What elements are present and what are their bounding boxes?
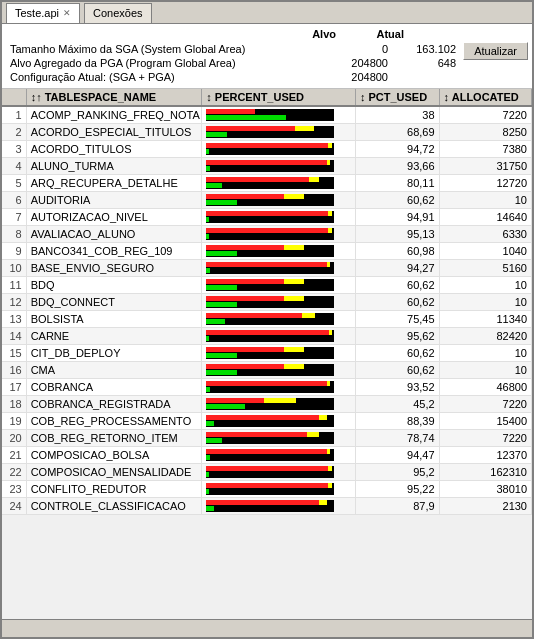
cell-pct: 38 bbox=[355, 106, 439, 124]
cell-bar bbox=[202, 464, 356, 481]
cell-name: AUTORIZACAO_NIVEL bbox=[26, 209, 202, 226]
cell-num: 15 bbox=[2, 345, 26, 362]
cell-bar bbox=[202, 209, 356, 226]
cell-num: 18 bbox=[2, 396, 26, 413]
cell-name: CONTROLE_CLASSIFICACAO bbox=[26, 498, 202, 515]
table-row[interactable]: 8AVALIACAO_ALUNO95,136330 bbox=[2, 226, 532, 243]
cell-allocated: 46800 bbox=[439, 379, 531, 396]
cell-num: 7 bbox=[2, 209, 26, 226]
col-allocated[interactable]: ↕ ALLOCATED bbox=[439, 89, 531, 106]
cell-pct: 45,2 bbox=[355, 396, 439, 413]
cell-num: 22 bbox=[2, 464, 26, 481]
sga-atual-value: 163.102 bbox=[396, 43, 456, 55]
cell-bar bbox=[202, 106, 356, 124]
table-row[interactable]: 9BANCO341_COB_REG_10960,981040 bbox=[2, 243, 532, 260]
table-row[interactable]: 24CONTROLE_CLASSIFICACAO87,92130 bbox=[2, 498, 532, 515]
tab-teste-api[interactable]: Teste.api ✕ bbox=[6, 3, 80, 23]
table-row[interactable]: 20COB_REG_RETORNO_ITEM78,747220 bbox=[2, 430, 532, 447]
table-row[interactable]: 23CONFLITO_REDUTOR95,2238010 bbox=[2, 481, 532, 498]
table-row[interactable]: 21COMPOSICAO_BOLSA94,4712370 bbox=[2, 447, 532, 464]
cell-bar bbox=[202, 175, 356, 192]
table-row[interactable]: 5ARQ_RECUPERA_DETALHE80,1112720 bbox=[2, 175, 532, 192]
table-row[interactable]: 16CMA60,6210 bbox=[2, 362, 532, 379]
tab-teste-api-close[interactable]: ✕ bbox=[63, 8, 71, 18]
cell-name: COMPOSICAO_MENSALIDADE bbox=[26, 464, 202, 481]
table-row[interactable]: 7AUTORIZACAO_NIVEL94,9114640 bbox=[2, 209, 532, 226]
cell-pct: 93,66 bbox=[355, 158, 439, 175]
cell-bar bbox=[202, 243, 356, 260]
table-body: 1ACOMP_RANKING_FREQ_NOTA3872202ACORDO_ES… bbox=[2, 106, 532, 515]
cell-bar bbox=[202, 158, 356, 175]
cell-pct: 78,74 bbox=[355, 430, 439, 447]
cell-name: COBRANCA_REGISTRADA bbox=[26, 396, 202, 413]
cell-allocated: 1040 bbox=[439, 243, 531, 260]
table-scroll[interactable]: ↕↑ TABLESPACE_NAME ↕ PERCENT_USED ↕ PCT_… bbox=[2, 89, 532, 619]
cell-num: 13 bbox=[2, 311, 26, 328]
table-row[interactable]: 1ACOMP_RANKING_FREQ_NOTA387220 bbox=[2, 106, 532, 124]
table-row[interactable]: 22COMPOSICAO_MENSALIDADE95,2162310 bbox=[2, 464, 532, 481]
cell-allocated: 10 bbox=[439, 294, 531, 311]
sga-alvo-value: 0 bbox=[338, 43, 388, 55]
table-row[interactable]: 15CIT_DB_DEPLOY60,6210 bbox=[2, 345, 532, 362]
cell-num: 16 bbox=[2, 362, 26, 379]
cell-num: 20 bbox=[2, 430, 26, 447]
cell-name: BANCO341_COB_REG_109 bbox=[26, 243, 202, 260]
cell-pct: 94,91 bbox=[355, 209, 439, 226]
cell-pct: 60,62 bbox=[355, 294, 439, 311]
table-wrapper: ↕↑ TABLESPACE_NAME ↕ PERCENT_USED ↕ PCT_… bbox=[2, 89, 532, 619]
cell-allocated: 11340 bbox=[439, 311, 531, 328]
cell-bar bbox=[202, 226, 356, 243]
cell-pct: 60,62 bbox=[355, 345, 439, 362]
col-bar-label: ↕ PERCENT_USED bbox=[206, 91, 304, 103]
cell-bar bbox=[202, 294, 356, 311]
cell-allocated: 2130 bbox=[439, 498, 531, 515]
cell-name: AUDITORIA bbox=[26, 192, 202, 209]
table-row[interactable]: 14CARNE95,6282420 bbox=[2, 328, 532, 345]
cell-num: 2 bbox=[2, 124, 26, 141]
table-row[interactable]: 10BASE_ENVIO_SEGURO94,275160 bbox=[2, 260, 532, 277]
alvo-header: Alvo bbox=[286, 28, 336, 40]
cell-allocated: 31750 bbox=[439, 158, 531, 175]
table-row[interactable]: 12BDQ_CONNECT60,6210 bbox=[2, 294, 532, 311]
cell-bar bbox=[202, 345, 356, 362]
table-row[interactable]: 6AUDITORIA60,6210 bbox=[2, 192, 532, 209]
sga-label: Tamanho Máximo da SGA (System Global Are… bbox=[10, 43, 245, 55]
cell-bar bbox=[202, 141, 356, 158]
atual-header: Atual bbox=[344, 28, 404, 40]
cell-bar bbox=[202, 277, 356, 294]
cell-allocated: 38010 bbox=[439, 481, 531, 498]
cell-bar bbox=[202, 311, 356, 328]
col-bar[interactable]: ↕ PERCENT_USED bbox=[202, 89, 356, 106]
table-row[interactable]: 3ACORDO_TITULOS94,727380 bbox=[2, 141, 532, 158]
cell-pct: 94,72 bbox=[355, 141, 439, 158]
col-num bbox=[2, 89, 26, 106]
table-row[interactable]: 13BOLSISTA75,4511340 bbox=[2, 311, 532, 328]
cell-num: 11 bbox=[2, 277, 26, 294]
cell-num: 1 bbox=[2, 106, 26, 124]
table-row[interactable]: 4ALUNO_TURMA93,6631750 bbox=[2, 158, 532, 175]
cell-bar bbox=[202, 447, 356, 464]
update-button[interactable]: Atualizar bbox=[463, 42, 528, 60]
pga-row: Alvo Agregado da PGA (Program Global Are… bbox=[10, 56, 524, 70]
tab-conexoes-label: Conexões bbox=[93, 7, 143, 19]
tab-bar: Teste.api ✕ Conexões bbox=[2, 2, 532, 24]
cell-pct: 87,9 bbox=[355, 498, 439, 515]
table-row[interactable]: 2ACORDO_ESPECIAL_TITULOS68,698250 bbox=[2, 124, 532, 141]
table-row[interactable]: 11BDQ60,6210 bbox=[2, 277, 532, 294]
col-allocated-label: ↕ ALLOCATED bbox=[444, 91, 519, 103]
cell-num: 23 bbox=[2, 481, 26, 498]
cell-name: ARQ_RECUPERA_DETALHE bbox=[26, 175, 202, 192]
col-pct[interactable]: ↕ PCT_USED bbox=[355, 89, 439, 106]
table-row[interactable]: 19COB_REG_PROCESSAMENTO88,3915400 bbox=[2, 413, 532, 430]
cell-num: 19 bbox=[2, 413, 26, 430]
cell-bar bbox=[202, 192, 356, 209]
cell-allocated: 10 bbox=[439, 345, 531, 362]
table-row[interactable]: 18COBRANCA_REGISTRADA45,27220 bbox=[2, 396, 532, 413]
cell-pct: 80,11 bbox=[355, 175, 439, 192]
cell-allocated: 8250 bbox=[439, 124, 531, 141]
table-row[interactable]: 17COBRANCA93,5246800 bbox=[2, 379, 532, 396]
tab-conexoes[interactable]: Conexões bbox=[84, 3, 152, 23]
cell-name: ACORDO_TITULOS bbox=[26, 141, 202, 158]
cell-num: 14 bbox=[2, 328, 26, 345]
col-name[interactable]: ↕↑ TABLESPACE_NAME bbox=[26, 89, 202, 106]
